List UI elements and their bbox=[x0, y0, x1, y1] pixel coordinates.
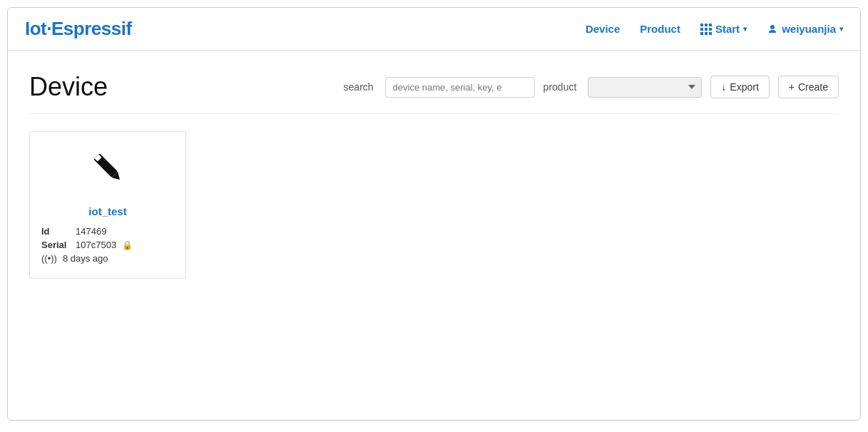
export-icon: ↓ bbox=[721, 81, 726, 93]
export-label: Export bbox=[730, 81, 758, 93]
serial-label: Serial bbox=[41, 240, 70, 250]
create-label: Create bbox=[798, 81, 828, 93]
header: Iot·Espressif Device Product Start ▾ wei… bbox=[8, 8, 860, 51]
nav-user[interactable]: weiyuanjia ▾ bbox=[767, 23, 843, 35]
device-lastseen-row: ((•)) 8 days ago bbox=[41, 253, 174, 264]
nav-product[interactable]: Product bbox=[640, 23, 680, 35]
create-button[interactable]: + Create bbox=[778, 76, 839, 98]
search-label: search bbox=[344, 81, 374, 93]
device-card-icon bbox=[86, 146, 129, 197]
last-seen-value: 8 days ago bbox=[63, 253, 108, 264]
user-label: weiyuanjia bbox=[782, 23, 836, 35]
serial-value: 107c7503 bbox=[76, 240, 116, 250]
start-chevron-icon: ▾ bbox=[743, 25, 747, 33]
wifi-icon: ((•)) bbox=[41, 253, 57, 264]
grid-icon bbox=[700, 24, 712, 35]
device-id-row: Id 147469 bbox=[41, 226, 174, 237]
logo-text: Iot·Espressif bbox=[25, 18, 132, 39]
start-label: Start bbox=[715, 23, 740, 35]
page-wrapper: Iot·Espressif Device Product Start ▾ wei… bbox=[7, 7, 861, 421]
export-button[interactable]: ↓ Export bbox=[710, 76, 769, 98]
device-card-info: Id 147469 Serial 107c7503 🔒 ((•)) 8 days… bbox=[41, 226, 174, 267]
page-actions: search product ↓ Export + Create bbox=[344, 76, 839, 98]
id-label: Id bbox=[41, 226, 70, 237]
user-chevron-icon: ▾ bbox=[839, 25, 843, 33]
device-grid: iot_test Id 147469 Serial 107c7503 🔒 ((•… bbox=[29, 131, 839, 279]
id-value: 147469 bbox=[76, 226, 106, 237]
page-title: Device bbox=[29, 72, 108, 102]
product-label: product bbox=[543, 81, 577, 93]
main-content: Device search product ↓ Export + Create bbox=[8, 51, 860, 300]
device-serial-row: Serial 107c7503 🔒 bbox=[41, 240, 174, 250]
nav: Device Product Start ▾ weiyuanjia ▾ bbox=[586, 23, 843, 35]
nav-start[interactable]: Start ▾ bbox=[700, 23, 747, 35]
user-icon bbox=[767, 24, 778, 35]
device-card[interactable]: iot_test Id 147469 Serial 107c7503 🔒 ((•… bbox=[29, 131, 186, 279]
create-icon: + bbox=[789, 81, 795, 93]
device-card-name[interactable]: iot_test bbox=[88, 205, 126, 217]
logo[interactable]: Iot·Espressif bbox=[25, 18, 132, 40]
search-input[interactable] bbox=[385, 77, 535, 98]
nav-device[interactable]: Device bbox=[586, 23, 620, 35]
product-select[interactable] bbox=[588, 77, 702, 98]
page-header: Device search product ↓ Export + Create bbox=[29, 72, 839, 114]
lock-icon: 🔒 bbox=[122, 240, 133, 250]
